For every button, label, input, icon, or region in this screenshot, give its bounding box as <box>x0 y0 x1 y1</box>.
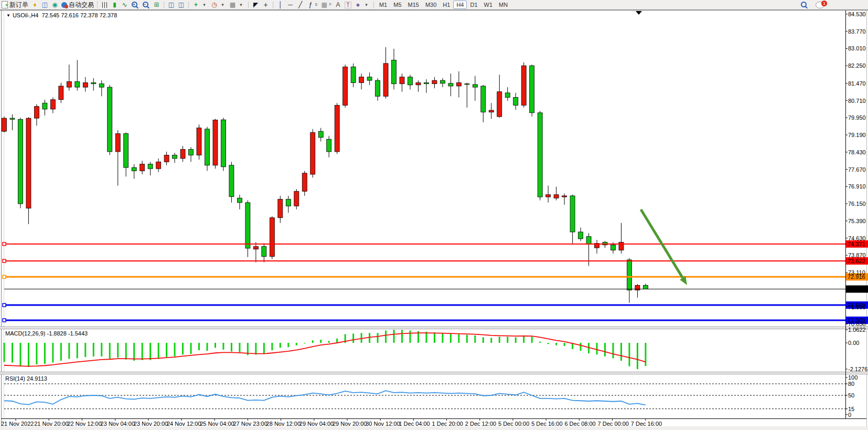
candle <box>546 195 551 197</box>
zoom-out-button[interactable]: − <box>141 1 152 9</box>
gem-button[interactable]: ♦ <box>30 1 40 9</box>
signal-button[interactable]: ◉ <box>50 1 60 9</box>
candle <box>245 203 250 248</box>
candle <box>2 118 7 131</box>
trendline-tool-button[interactable]: ╱ <box>295 1 305 9</box>
hline-handle[interactable] <box>3 275 6 278</box>
time-tick-label: 29 Nov 20:00 <box>333 421 367 427</box>
time-tick-label: 1 Dec 04:00 <box>399 421 430 427</box>
chart-title-bar[interactable]: ▼USOil-,H4 72.545 72.616 72.378 72.378 <box>6 12 117 18</box>
candle <box>189 150 194 155</box>
time-tick-label: 7 Dec 00:00 <box>598 421 629 427</box>
indicator-window-icon: ◫ <box>178 1 185 9</box>
price-tick-label: 73.870 <box>848 252 866 258</box>
time-tick-label: 22 Nov 12:00 <box>67 421 101 427</box>
bar-chart-type-button[interactable] <box>101 1 110 9</box>
search-button[interactable] <box>799 1 810 9</box>
tile-windows-button[interactable]: ⊞ <box>152 1 162 9</box>
notifications-button[interactable]: 1 <box>814 1 826 9</box>
chart-symbol-period: USOil-,H4 <box>13 12 39 18</box>
line-chart-type-button[interactable]: ∿ <box>120 1 130 9</box>
candle <box>611 245 616 250</box>
zoom-in-button[interactable]: + <box>130 1 141 9</box>
candle <box>132 167 136 171</box>
fibonacci-tool-button[interactable]: ƒE <box>305 1 319 9</box>
indicator-window-button-1[interactable]: ◫ <box>166 1 176 9</box>
candle <box>408 77 413 85</box>
window-bottom-strip <box>0 426 868 430</box>
crosshair-icon: + <box>262 1 269 9</box>
candle <box>359 77 364 83</box>
chart-canvas[interactable]: 74.37173.62272.91672.37871.66971.00084.5… <box>0 0 868 430</box>
candle <box>497 92 502 117</box>
timeframe-group: M1M5M15M30H1H4D1W1MN <box>376 1 511 9</box>
price-tick-label: 80.710 <box>848 98 866 104</box>
new-order-button[interactable]: 新订单 <box>0 1 30 9</box>
hline-handle[interactable] <box>3 303 6 307</box>
timeframe-button-h4[interactable]: H4 <box>453 1 467 9</box>
candle <box>505 93 510 98</box>
timeframe-button-m1[interactable]: M1 <box>376 1 390 9</box>
grid-tool-button[interactable]: ▦F <box>319 1 333 9</box>
timeframe-button-d1[interactable]: D1 <box>467 1 480 9</box>
timeframe-button-m5[interactable]: M5 <box>390 1 404 9</box>
candle <box>343 67 348 105</box>
candle <box>416 82 421 85</box>
text-tool-button[interactable]: A <box>333 1 343 9</box>
price-tick-label: 73.110 <box>848 269 865 276</box>
period-button[interactable]: ◷▾ <box>209 1 228 9</box>
candle <box>140 164 145 171</box>
chevron-down-icon: ▾ <box>238 1 244 9</box>
chevron-down-icon: ▾ <box>201 1 208 9</box>
candle <box>383 64 388 96</box>
timeframe-button-m30[interactable]: M30 <box>422 1 440 9</box>
zoom-out-icon: − <box>143 2 148 7</box>
time-tick-label: 2 Dec 12:00 <box>465 421 496 427</box>
hline-handle[interactable] <box>3 319 6 322</box>
shapes-tool-button[interactable]: ◆▾ <box>353 1 371 9</box>
autotrade-button[interactable]: 自动交易 <box>60 1 95 9</box>
text-label-tool-button[interactable]: T <box>343 1 353 9</box>
candle <box>278 199 283 217</box>
rsi-tick-label: 0 <box>848 412 851 418</box>
vline-tool-button[interactable]: │ <box>275 1 285 9</box>
candle <box>318 131 323 138</box>
candle <box>465 84 469 85</box>
crosshair-tool-button[interactable]: + <box>261 1 271 9</box>
grid-icon: ▦ <box>321 1 328 9</box>
template-button[interactable]: ▦▾ <box>228 1 246 9</box>
new-chart-button[interactable]: ◫ <box>40 1 50 9</box>
candle <box>530 66 534 113</box>
hline-handle[interactable] <box>3 259 6 263</box>
price-tick-label: 81.470 <box>848 80 866 87</box>
hline-tool-button[interactable]: ─ <box>285 1 295 9</box>
candle-chart-type-button[interactable]: ▮ <box>110 1 120 9</box>
timeframe-button-m15[interactable]: M15 <box>405 1 422 9</box>
symbol-dropdown-icon[interactable]: ▼ <box>6 13 10 18</box>
line-chart-icon: ∿ <box>121 1 128 9</box>
candle <box>432 80 437 83</box>
candle <box>456 82 461 86</box>
add-indicator-icon: + <box>192 1 199 9</box>
hline-handle[interactable] <box>3 243 6 246</box>
rsi-indicator-label: RSI(14) 24.9113 <box>5 375 47 382</box>
indicator-window-button-2[interactable]: ◫ <box>176 1 186 9</box>
toolbar-separator <box>188 2 189 8</box>
text-icon: A <box>335 1 341 9</box>
timeframe-button-w1[interactable]: W1 <box>481 1 496 9</box>
candle <box>570 196 575 232</box>
autotrade-label: 自动交易 <box>69 1 94 9</box>
candle <box>538 113 542 197</box>
timeframe-button-h1[interactable]: H1 <box>440 1 453 9</box>
candle <box>75 81 80 87</box>
candle <box>481 86 486 112</box>
cursor-tool-button[interactable]: ◤ <box>251 1 261 9</box>
candle <box>108 87 112 152</box>
candle <box>229 165 234 197</box>
time-tick-label: 25 Nov 04:00 <box>200 421 234 427</box>
timeframe-button-mn[interactable]: MN <box>496 1 511 9</box>
candle <box>310 132 315 174</box>
add-indicator-button[interactable]: +▾ <box>191 1 209 9</box>
candle <box>643 285 648 289</box>
time-tick-label: 30 Nov 12:00 <box>366 421 400 427</box>
